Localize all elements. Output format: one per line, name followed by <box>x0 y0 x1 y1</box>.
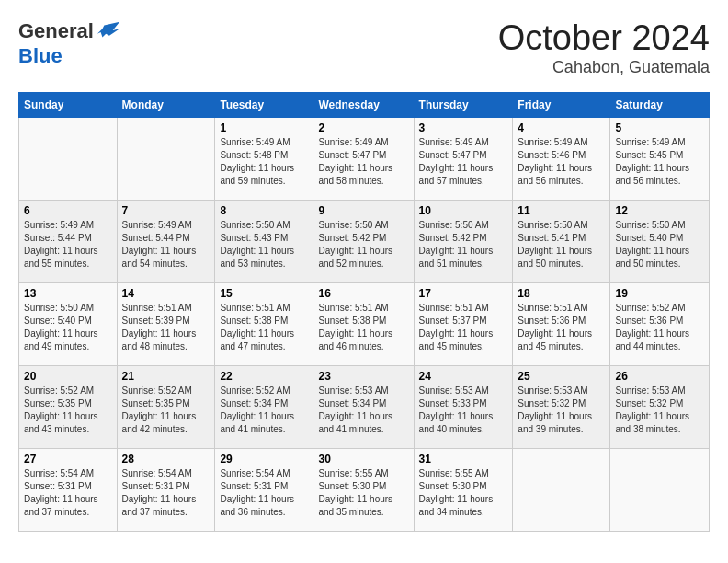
calendar-cell: 14Sunrise: 5:51 AM Sunset: 5:39 PM Dayli… <box>117 283 215 366</box>
weekday-header-cell: Saturday <box>610 93 710 118</box>
day-info: Sunrise: 5:50 AM Sunset: 5:43 PM Dayligh… <box>220 219 308 270</box>
calendar-cell: 21Sunrise: 5:52 AM Sunset: 5:35 PM Dayli… <box>117 366 215 449</box>
day-number: 4 <box>518 121 605 134</box>
day-info: Sunrise: 5:51 AM Sunset: 5:36 PM Dayligh… <box>518 302 605 353</box>
weekday-header-cell: Monday <box>117 93 215 118</box>
day-number: 10 <box>419 204 508 217</box>
day-info: Sunrise: 5:53 AM Sunset: 5:34 PM Dayligh… <box>318 385 408 436</box>
calendar-week-row: 6Sunrise: 5:49 AM Sunset: 5:44 PM Daylig… <box>19 201 710 283</box>
day-number: 7 <box>122 204 210 217</box>
day-number: 9 <box>318 204 408 217</box>
day-number: 31 <box>419 453 508 465</box>
calendar-cell: 12Sunrise: 5:50 AM Sunset: 5:40 PM Dayli… <box>610 201 710 283</box>
day-number: 5 <box>615 121 704 134</box>
day-info: Sunrise: 5:51 AM Sunset: 5:39 PM Dayligh… <box>122 302 210 353</box>
calendar-cell: 5Sunrise: 5:49 AM Sunset: 5:45 PM Daylig… <box>610 118 710 201</box>
logo: General Blue <box>18 18 121 68</box>
calendar-cell: 17Sunrise: 5:51 AM Sunset: 5:37 PM Dayli… <box>414 283 513 366</box>
weekday-header-cell: Wednesday <box>313 93 414 118</box>
day-info: Sunrise: 5:52 AM Sunset: 5:35 PM Dayligh… <box>24 385 112 436</box>
calendar-cell: 6Sunrise: 5:49 AM Sunset: 5:44 PM Daylig… <box>19 201 118 283</box>
calendar-cell: 29Sunrise: 5:54 AM Sunset: 5:31 PM Dayli… <box>215 449 313 532</box>
day-number: 29 <box>220 453 308 465</box>
day-info: Sunrise: 5:53 AM Sunset: 5:32 PM Dayligh… <box>518 385 605 436</box>
calendar-body: 1Sunrise: 5:49 AM Sunset: 5:48 PM Daylig… <box>19 118 710 532</box>
calendar-week-row: 27Sunrise: 5:54 AM Sunset: 5:31 PM Dayli… <box>19 449 710 532</box>
day-number: 13 <box>24 287 112 300</box>
title-block: October 2024 Cahabon, Guatemala <box>498 18 710 77</box>
weekday-header-cell: Sunday <box>19 93 118 118</box>
calendar-cell: 31Sunrise: 5:55 AM Sunset: 5:30 PM Dayli… <box>414 449 513 532</box>
logo-bird-icon <box>96 18 121 44</box>
calendar-cell: 16Sunrise: 5:51 AM Sunset: 5:38 PM Dayli… <box>313 283 414 366</box>
location: Cahabon, Guatemala <box>498 58 710 77</box>
day-number: 19 <box>615 287 704 300</box>
calendar-cell: 8Sunrise: 5:50 AM Sunset: 5:43 PM Daylig… <box>215 201 313 283</box>
day-info: Sunrise: 5:50 AM Sunset: 5:41 PM Dayligh… <box>518 219 605 270</box>
calendar-week-row: 13Sunrise: 5:50 AM Sunset: 5:40 PM Dayli… <box>19 283 710 366</box>
day-info: Sunrise: 5:51 AM Sunset: 5:37 PM Dayligh… <box>419 302 508 353</box>
day-number: 23 <box>318 370 408 383</box>
day-number: 6 <box>24 204 112 217</box>
calendar-cell: 26Sunrise: 5:53 AM Sunset: 5:32 PM Dayli… <box>610 366 710 449</box>
calendar-cell: 25Sunrise: 5:53 AM Sunset: 5:32 PM Dayli… <box>513 366 610 449</box>
calendar-table: SundayMondayTuesdayWednesdayThursdayFrid… <box>18 92 710 532</box>
day-info: Sunrise: 5:49 AM Sunset: 5:44 PM Dayligh… <box>24 219 112 270</box>
day-number: 24 <box>419 370 508 383</box>
calendar-cell: 4Sunrise: 5:49 AM Sunset: 5:46 PM Daylig… <box>513 118 610 201</box>
day-info: Sunrise: 5:50 AM Sunset: 5:42 PM Dayligh… <box>419 219 508 270</box>
calendar-cell: 22Sunrise: 5:52 AM Sunset: 5:34 PM Dayli… <box>215 366 313 449</box>
day-number: 11 <box>518 204 605 217</box>
day-info: Sunrise: 5:49 AM Sunset: 5:48 PM Dayligh… <box>220 136 308 188</box>
calendar-cell: 23Sunrise: 5:53 AM Sunset: 5:34 PM Dayli… <box>313 366 414 449</box>
calendar-cell <box>513 449 610 532</box>
day-info: Sunrise: 5:52 AM Sunset: 5:34 PM Dayligh… <box>220 385 308 436</box>
day-number: 17 <box>419 287 508 300</box>
logo-general-text: General <box>18 19 94 43</box>
day-info: Sunrise: 5:54 AM Sunset: 5:31 PM Dayligh… <box>220 467 308 519</box>
calendar-cell: 15Sunrise: 5:51 AM Sunset: 5:38 PM Dayli… <box>215 283 313 366</box>
day-number: 1 <box>220 121 308 134</box>
calendar-cell <box>19 118 118 201</box>
day-number: 12 <box>615 204 704 217</box>
month-title: October 2024 <box>498 18 710 58</box>
calendar-cell: 13Sunrise: 5:50 AM Sunset: 5:40 PM Dayli… <box>19 283 118 366</box>
day-info: Sunrise: 5:49 AM Sunset: 5:44 PM Dayligh… <box>122 219 210 270</box>
day-number: 15 <box>220 287 308 300</box>
calendar-cell: 10Sunrise: 5:50 AM Sunset: 5:42 PM Dayli… <box>414 201 513 283</box>
day-number: 20 <box>24 370 112 383</box>
day-info: Sunrise: 5:53 AM Sunset: 5:33 PM Dayligh… <box>419 385 508 436</box>
day-info: Sunrise: 5:54 AM Sunset: 5:31 PM Dayligh… <box>24 467 112 519</box>
weekday-header-cell: Friday <box>513 93 610 118</box>
day-number: 14 <box>122 287 210 300</box>
day-info: Sunrise: 5:49 AM Sunset: 5:47 PM Dayligh… <box>419 136 508 188</box>
weekday-header-row: SundayMondayTuesdayWednesdayThursdayFrid… <box>19 93 710 118</box>
day-info: Sunrise: 5:55 AM Sunset: 5:30 PM Dayligh… <box>419 467 508 519</box>
day-number: 28 <box>122 453 210 465</box>
day-info: Sunrise: 5:55 AM Sunset: 5:30 PM Dayligh… <box>318 467 408 519</box>
day-info: Sunrise: 5:54 AM Sunset: 5:31 PM Dayligh… <box>122 467 210 519</box>
calendar-cell: 27Sunrise: 5:54 AM Sunset: 5:31 PM Dayli… <box>19 449 118 532</box>
day-info: Sunrise: 5:52 AM Sunset: 5:35 PM Dayligh… <box>122 385 210 436</box>
calendar-cell <box>610 449 710 532</box>
calendar-cell: 11Sunrise: 5:50 AM Sunset: 5:41 PM Dayli… <box>513 201 610 283</box>
day-number: 30 <box>318 453 408 465</box>
day-number: 18 <box>518 287 605 300</box>
weekday-header-cell: Tuesday <box>215 93 313 118</box>
day-info: Sunrise: 5:49 AM Sunset: 5:47 PM Dayligh… <box>318 136 408 188</box>
calendar-cell: 9Sunrise: 5:50 AM Sunset: 5:42 PM Daylig… <box>313 201 414 283</box>
calendar-week-row: 20Sunrise: 5:52 AM Sunset: 5:35 PM Dayli… <box>19 366 710 449</box>
calendar-cell: 3Sunrise: 5:49 AM Sunset: 5:47 PM Daylig… <box>414 118 513 201</box>
day-number: 27 <box>24 453 112 465</box>
logo-blue-text: Blue <box>18 44 63 68</box>
day-info: Sunrise: 5:50 AM Sunset: 5:40 PM Dayligh… <box>615 219 704 270</box>
calendar-cell <box>117 118 215 201</box>
weekday-header-cell: Thursday <box>414 93 513 118</box>
svg-marker-0 <box>97 22 119 38</box>
calendar-cell: 20Sunrise: 5:52 AM Sunset: 5:35 PM Dayli… <box>19 366 118 449</box>
day-number: 3 <box>419 121 508 134</box>
calendar-cell: 24Sunrise: 5:53 AM Sunset: 5:33 PM Dayli… <box>414 366 513 449</box>
calendar-cell: 2Sunrise: 5:49 AM Sunset: 5:47 PM Daylig… <box>313 118 414 201</box>
day-info: Sunrise: 5:53 AM Sunset: 5:32 PM Dayligh… <box>615 385 704 436</box>
calendar-cell: 19Sunrise: 5:52 AM Sunset: 5:36 PM Dayli… <box>610 283 710 366</box>
